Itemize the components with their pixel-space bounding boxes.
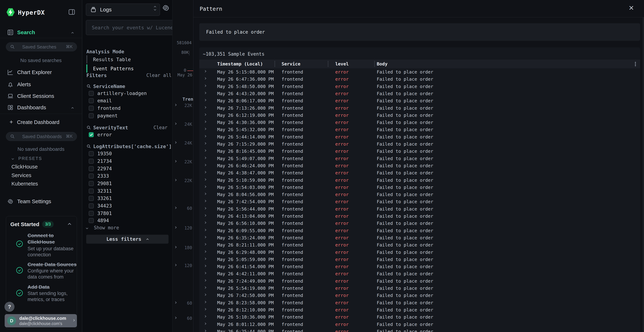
table-row[interactable]: May 26 8:04:56.000 PMfrontenderrorFailed… [199, 191, 640, 198]
pattern-row[interactable]: 120 [172, 262, 194, 269]
table-row[interactable]: May 26 4:13:04.000 PMfrontenderrorFailed… [199, 212, 640, 220]
cell-timestamp: May 26 6:41:54.000 PM [217, 264, 274, 269]
search-icon[interactable] [86, 84, 91, 89]
table-options-kebab-icon[interactable] [635, 61, 636, 67]
table-row[interactable]: May 26 4:42:11.000 PMfrontenderrorFailed… [199, 270, 640, 277]
user-menu[interactable]: D dale@clickhouse.com dale@clickhouse.co… [5, 314, 77, 327]
preset-kubernetes[interactable]: Kubernetes [12, 181, 38, 187]
avatar: D [7, 316, 16, 325]
table-row[interactable]: May 26 7:42:50.000 PMfrontenderrorFailed… [199, 292, 640, 299]
checkbox-unchecked[interactable] [89, 166, 94, 171]
table-row[interactable]: May 26 7:42:54.000 PMfrontenderrorFailed… [199, 198, 640, 205]
column-resize-handle[interactable] [274, 61, 275, 67]
checkbox-unchecked[interactable] [89, 204, 94, 208]
table-row[interactable]: May 26 5:10:59.000 PMfrontenderrorFailed… [199, 176, 640, 184]
pattern-row[interactable]: 24K [172, 140, 194, 147]
table-row[interactable]: May 26 5:15:08.000 PMfrontenderrorFailed… [199, 68, 640, 76]
collapse-sidebar-icon[interactable] [69, 9, 75, 15]
table-row[interactable]: May 26 8:01:12.000 PMfrontenderrorFailed… [199, 321, 640, 328]
create-dashboard-button[interactable]: + Create Dashboard [0, 117, 82, 127]
table-row[interactable]: May 26 6:47:36.000 PMfrontenderrorFailed… [199, 76, 640, 83]
checkbox-unchecked[interactable] [89, 188, 94, 194]
table-row[interactable]: May 26 8:23:58.000 PMfrontenderrorFailed… [199, 299, 640, 306]
table-row[interactable]: May 26 4:30:36.000 PMfrontenderrorFailed… [199, 119, 640, 126]
less-filters-button[interactable]: Less filters [86, 235, 168, 244]
pattern-row[interactable]: 22K [172, 158, 194, 166]
help-button[interactable]: ? [4, 302, 14, 312]
column-resize-handle[interactable] [374, 61, 375, 67]
search-icon[interactable] [86, 144, 91, 149]
preset-clickhouse[interactable]: ClickHouse [12, 164, 38, 170]
checkbox-unchecked[interactable] [89, 174, 94, 178]
mode-results-table[interactable]: Results Table [93, 57, 131, 62]
mode-event-patterns[interactable]: Event Patterns [93, 66, 134, 71]
checkbox-unchecked[interactable] [89, 181, 94, 186]
table-row[interactable]: May 26 5:54:03.000 PMfrontenderrorFailed… [199, 184, 640, 191]
table-row[interactable]: May 26 5:54:19.000 PMfrontenderrorFailed… [199, 284, 640, 292]
checkbox-unchecked[interactable] [89, 106, 94, 111]
clear-all-filters-link[interactable]: Clear all [146, 72, 172, 78]
drawer-scrollbar[interactable] [642, 17, 644, 332]
table-row[interactable]: May 26 4:43:20.000 PMfrontenderrorFailed… [199, 90, 640, 97]
table-row[interactable]: May 26 5:10:36.000 PMfrontenderrorFailed… [199, 314, 640, 320]
table-row[interactable]: May 26 7:13:26.000 PMfrontenderrorFailed… [199, 104, 640, 112]
show-more-link[interactable]: Show more [86, 225, 119, 230]
table-row[interactable]: May 26 6:25:44.000 PMfrontenderrorFailed… [199, 328, 640, 332]
checkbox-checked[interactable] [89, 132, 94, 137]
table-row[interactable]: May 26 6:56:10.000 PMfrontenderrorFailed… [199, 220, 640, 227]
collapse-get-started-chevron[interactable] [68, 223, 71, 226]
table-row[interactable]: May 26 7:24:49.000 PMfrontenderrorFailed… [199, 278, 640, 284]
table-row[interactable]: May 26 6:41:54.000 PMfrontenderrorFailed… [199, 263, 640, 270]
chart-ymin-tick: 0 [184, 68, 186, 72]
table-row[interactable]: May 26 5:44:14.000 PMfrontenderrorFailed… [199, 133, 640, 140]
filter-option-label: 22974 [97, 166, 112, 171]
checkbox-unchecked[interactable] [89, 218, 94, 223]
presets-toggle[interactable]: PRESETS [12, 156, 42, 161]
table-row[interactable]: May 26 5:45:32.000 PMfrontenderrorFailed… [199, 126, 640, 133]
pattern-row[interactable]: 60 [172, 205, 194, 212]
sidebar-item-search[interactable]: Search [0, 27, 82, 38]
table-row[interactable]: May 26 6:35:24.000 PMfrontenderrorFailed… [199, 234, 640, 241]
column-resize-handle[interactable] [328, 61, 328, 67]
source-select[interactable]: Logs [86, 4, 160, 16]
pattern-row[interactable]: 22K [172, 102, 194, 109]
pattern-row[interactable]: 180 [172, 244, 194, 251]
table-row[interactable]: May 26 8:12:10.000 PMfrontenderrorFailed… [199, 306, 640, 314]
presets-label: PRESETS [18, 156, 42, 161]
pattern-row[interactable]: 60 [172, 300, 194, 307]
table-row[interactable]: May 26 6:46:24.000 PMfrontenderrorFailed… [199, 162, 640, 169]
pattern-row[interactable]: 120 [172, 224, 194, 232]
close-icon[interactable]: × [629, 4, 634, 12]
table-row[interactable]: May 26 7:15:29.000 PMfrontenderrorFailed… [199, 140, 640, 148]
pattern-row[interactable]: 60 [172, 315, 194, 322]
table-row[interactable]: May 26 8:06:17.000 PMfrontenderrorFailed… [199, 97, 640, 104]
table-row[interactable]: May 26 5:48:50.000 PMfrontenderrorFailed… [199, 83, 640, 90]
pattern-row[interactable]: 24K [172, 121, 194, 128]
table-row[interactable]: May 26 6:09:55.000 PMfrontenderrorFailed… [199, 227, 640, 234]
checkbox-unchecked[interactable] [89, 211, 94, 216]
table-row[interactable]: May 26 6:12:19.000 PMfrontenderrorFailed… [199, 112, 640, 119]
checkbox-unchecked[interactable] [89, 196, 94, 201]
source-settings-gear-icon[interactable] [162, 4, 170, 12]
checkbox-unchecked[interactable] [89, 91, 94, 96]
checkbox-unchecked[interactable] [89, 159, 94, 164]
sidebar-item-chart-explorer[interactable]: Chart Explorer [0, 67, 82, 77]
sidebar-item-alerts[interactable]: Alerts [0, 80, 82, 90]
checkbox-unchecked[interactable] [89, 98, 94, 103]
checkbox-unchecked[interactable] [89, 113, 94, 118]
search-icon[interactable] [86, 125, 91, 130]
pattern-row[interactable]: 22K [172, 177, 194, 184]
table-row[interactable]: May 26 8:21:11.000 PMfrontenderrorFailed… [199, 241, 640, 248]
preset-services[interactable]: Services [12, 172, 31, 178]
table-row[interactable]: May 26 4:38:47.000 PMfrontenderrorFailed… [199, 169, 640, 176]
clear-filter-link[interactable]: Clear [154, 125, 168, 130]
sidebar-item-team-settings[interactable]: Team Settings [0, 196, 82, 206]
sidebar-item-client-sessions[interactable]: Client Sessions [0, 91, 82, 101]
table-row[interactable]: May 26 8:16:45.000 PMfrontenderrorFailed… [199, 148, 640, 155]
table-row[interactable]: May 26 5:56:44.000 PMfrontenderrorFailed… [199, 205, 640, 212]
table-row[interactable]: May 26 5:05:59.000 PMfrontenderrorFailed… [199, 256, 640, 263]
table-row[interactable]: May 26 5:49:07.000 PMfrontenderrorFailed… [199, 155, 640, 162]
sidebar-item-dashboards[interactable]: Dashboards [0, 102, 82, 112]
checkbox-unchecked[interactable] [89, 151, 94, 156]
table-row[interactable]: May 26 6:29:48.000 PMfrontenderrorFailed… [199, 249, 640, 256]
